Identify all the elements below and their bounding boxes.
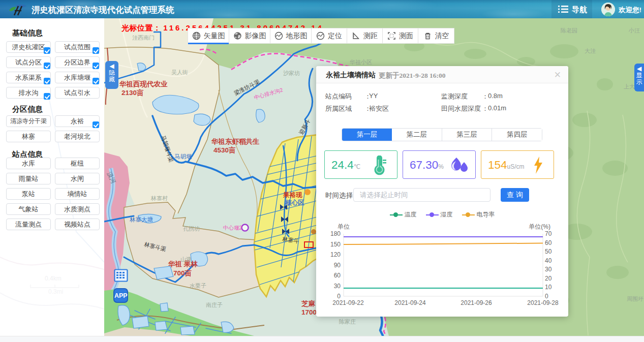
- svg-text:30: 30: [545, 266, 552, 273]
- svg-text:华祖西现代农业: 华祖西现代农业: [119, 80, 168, 88]
- svg-text:40: 40: [545, 257, 552, 264]
- svg-text:山溏: 山溏: [180, 256, 192, 262]
- svg-text:50: 50: [545, 248, 552, 255]
- svg-text:华祖小区: 华祖小区: [349, 59, 372, 65]
- svg-text:南庄子: 南庄子: [206, 302, 223, 308]
- svg-text:70: 70: [545, 230, 552, 237]
- svg-text:陈家庄: 陈家庄: [339, 319, 356, 325]
- svg-text:120: 120: [330, 251, 341, 258]
- svg-text:马胡堰: 马胡堰: [174, 153, 192, 160]
- svg-text:700亩: 700亩: [173, 269, 192, 277]
- svg-text:10: 10: [545, 284, 552, 291]
- svg-text:周围圩: 周围圩: [627, 296, 643, 302]
- svg-text:2021-09-24: 2021-09-24: [394, 299, 426, 306]
- svg-text:大洼: 大洼: [585, 48, 596, 54]
- svg-text:水栗子: 水栗子: [190, 283, 206, 289]
- svg-text:林寨大塘: 林寨大塘: [130, 216, 154, 223]
- svg-text:洼西南门: 洼西南门: [132, 35, 155, 41]
- svg-text:30: 30: [334, 283, 341, 290]
- svg-text:林寨村: 林寨村: [150, 195, 168, 201]
- svg-text:2021-09-22: 2021-09-22: [332, 299, 364, 306]
- svg-text:陈老园: 陈老园: [561, 27, 577, 34]
- svg-text:吴人街: 吴人街: [171, 69, 188, 75]
- svg-text:0.3mi: 0.3mi: [48, 288, 63, 295]
- svg-text:孔拐坊: 孔拐坊: [183, 226, 200, 232]
- svg-text:2021-09-26: 2021-09-26: [461, 299, 492, 306]
- svg-text:2130亩: 2130亩: [121, 89, 144, 97]
- svg-text:90: 90: [334, 262, 341, 269]
- svg-text:沙家坊: 沙家坊: [283, 70, 300, 76]
- svg-text:60: 60: [334, 272, 341, 279]
- svg-text:180: 180: [330, 230, 341, 237]
- svg-text:芝麻: 芝麻: [301, 300, 316, 307]
- svg-text:4530亩: 4530亩: [213, 146, 236, 154]
- svg-text:1700: 1700: [301, 308, 317, 316]
- svg-text:0: 0: [337, 293, 341, 300]
- svg-text:20: 20: [545, 275, 552, 282]
- svg-text:2021-09-28: 2021-09-28: [527, 299, 559, 306]
- svg-text:华祖东虾稻共生: 华祖东虾稻共生: [211, 138, 260, 145]
- svg-text:核心区: 核心区: [285, 199, 304, 206]
- svg-text:60: 60: [545, 239, 552, 246]
- svg-text:0: 0: [545, 293, 548, 300]
- svg-text:中心堰2: 中心堰2: [223, 225, 242, 231]
- svg-text:果裕现: 果裕现: [283, 192, 302, 199]
- svg-text:单位: 单位: [338, 223, 350, 230]
- svg-text:150: 150: [330, 241, 341, 248]
- svg-text:单位(%): 单位(%): [529, 223, 550, 230]
- svg-text:小汪: 小汪: [628, 27, 640, 34]
- svg-text:0.4km: 0.4km: [45, 275, 62, 282]
